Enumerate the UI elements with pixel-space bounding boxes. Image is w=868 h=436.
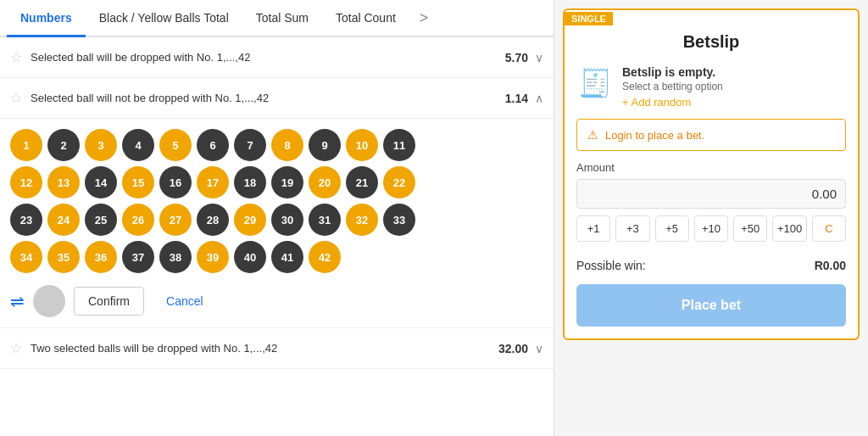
betslip-empty-text: Betslip is empty. Select a betting optio… xyxy=(622,65,723,109)
ball-13[interactable]: 13 xyxy=(47,166,80,198)
single-badge: SINGLE xyxy=(565,12,613,25)
ball-grid: 1234567891011121314151617181920212223242… xyxy=(10,129,451,273)
cancel-button[interactable]: Cancel xyxy=(153,288,217,315)
ball-30[interactable]: 30 xyxy=(271,204,303,236)
ball-36[interactable]: 36 xyxy=(85,241,117,273)
betslip-title: Betslip xyxy=(565,25,858,60)
left-panel: Numbers Black / Yellow Balls Total Total… xyxy=(0,0,554,436)
ball-16[interactable]: 16 xyxy=(159,166,192,198)
ball-10[interactable]: 10 xyxy=(346,129,378,161)
ball-24[interactable]: 24 xyxy=(47,204,80,236)
ball-19[interactable]: 19 xyxy=(271,166,303,198)
bet-row-1: ☆ Selected ball will be dropped with No.… xyxy=(0,37,554,78)
warning-icon: ⚠ xyxy=(587,128,598,142)
ball-26[interactable]: 26 xyxy=(122,204,154,236)
chevron-up-2[interactable]: ∧ xyxy=(535,92,543,105)
login-warning: ⚠ Login to place a bet. xyxy=(576,119,846,151)
possible-win-value: R0.00 xyxy=(815,259,846,272)
ball-33[interactable]: 33 xyxy=(383,204,415,236)
ball-3[interactable]: 3 xyxy=(85,129,117,161)
chevron-down-3[interactable]: ∨ xyxy=(535,342,543,355)
ball-6[interactable]: 6 xyxy=(197,129,229,161)
quick-btn-100[interactable]: +100 xyxy=(772,215,806,242)
ball-32[interactable]: 32 xyxy=(346,204,378,236)
star-icon-3[interactable]: ☆ xyxy=(10,340,22,356)
tab-total-sum[interactable]: Total Sum xyxy=(242,1,322,37)
ball-40[interactable]: 40 xyxy=(234,241,266,273)
quick-btn-5[interactable]: +5 xyxy=(655,215,689,242)
ball-42[interactable]: 42 xyxy=(309,241,341,273)
tab-numbers[interactable]: Numbers xyxy=(7,1,86,37)
tabs-bar: Numbers Black / Yellow Balls Total Total… xyxy=(0,0,554,37)
ball-28[interactable]: 28 xyxy=(197,204,229,236)
chevron-down-1[interactable]: ∨ xyxy=(535,51,543,64)
ball-39[interactable]: 39 xyxy=(197,241,229,273)
ball-11[interactable]: 11 xyxy=(383,129,415,161)
ball-31[interactable]: 31 xyxy=(309,204,341,236)
empty-sub: Select a betting option xyxy=(622,81,723,92)
ball-2[interactable]: 2 xyxy=(47,129,80,161)
ball-21[interactable]: 21 xyxy=(346,166,378,198)
possible-win-label: Possible win: xyxy=(576,259,646,272)
ball-15[interactable]: 15 xyxy=(122,166,154,198)
bet-row-2: ☆ Selected ball will not be dropped with… xyxy=(0,78,554,119)
bet-row-3: ☆ Two selected balls will be dropped wit… xyxy=(0,328,554,369)
ball-34[interactable]: 34 xyxy=(10,241,42,273)
place-bet-button[interactable]: Place bet xyxy=(576,284,846,327)
betslip-card: SINGLE Betslip 🧾 Betslip is empty. Selec… xyxy=(563,8,860,340)
quick-btn-10[interactable]: +10 xyxy=(694,215,728,242)
ball-1[interactable]: 1 xyxy=(10,129,42,161)
login-warning-text: Login to place a bet. xyxy=(605,129,704,142)
ball-22[interactable]: 22 xyxy=(383,166,415,198)
bet-odds-2: 1.14 xyxy=(505,92,528,105)
ball-picker-section: 1234567891011121314151617181920212223242… xyxy=(0,119,554,328)
receipt-icon: 🧾 xyxy=(578,67,612,99)
ball-29[interactable]: 29 xyxy=(234,204,266,236)
star-icon-1[interactable]: ☆ xyxy=(10,49,22,65)
right-panel: SINGLE Betslip 🧾 Betslip is empty. Selec… xyxy=(554,0,868,436)
ball-5[interactable]: 5 xyxy=(159,129,192,161)
ball-38[interactable]: 38 xyxy=(159,241,192,273)
quick-btn-3[interactable]: +3 xyxy=(615,215,649,242)
ball-9[interactable]: 9 xyxy=(309,129,341,161)
ball-8[interactable]: 8 xyxy=(271,129,303,161)
ball-27[interactable]: 27 xyxy=(159,204,192,236)
amount-input[interactable] xyxy=(576,179,846,209)
ball-12[interactable]: 12 xyxy=(10,166,42,198)
bet-label-3: Two selected balls will be dropped with … xyxy=(31,342,498,355)
bet-label-1: Selected ball will be dropped with No. 1… xyxy=(31,51,505,64)
ball-7[interactable]: 7 xyxy=(234,129,266,161)
ball-4[interactable]: 4 xyxy=(122,129,154,161)
ball-20[interactable]: 20 xyxy=(309,166,341,198)
ball-17[interactable]: 17 xyxy=(197,166,229,198)
ball-35[interactable]: 35 xyxy=(47,241,80,273)
possible-win-row: Possible win: R0.00 xyxy=(565,250,858,281)
tab-total-count[interactable]: Total Count xyxy=(322,1,409,37)
bet-odds-3: 32.00 xyxy=(498,342,528,355)
ball-23[interactable]: 23 xyxy=(10,204,42,236)
bet-odds-1: 5.70 xyxy=(505,51,528,64)
tab-more-icon[interactable]: > xyxy=(413,3,436,34)
quick-amounts: +1 +3 +5 +10 +50 +100 C xyxy=(576,215,846,242)
star-icon-2[interactable]: ☆ xyxy=(10,90,22,106)
empty-title: Betslip is empty. xyxy=(622,65,723,79)
ball-37[interactable]: 37 xyxy=(122,241,154,273)
confirm-button[interactable]: Confirm xyxy=(74,287,144,316)
ball-41[interactable]: 41 xyxy=(271,241,303,273)
ball-14[interactable]: 14 xyxy=(85,166,117,198)
quick-btn-clear[interactable]: C xyxy=(812,215,846,242)
add-random-link[interactable]: + Add random xyxy=(622,96,723,109)
shuffle-icon[interactable]: ⇌ xyxy=(10,291,25,311)
ball-18[interactable]: 18 xyxy=(234,166,266,198)
amount-section: Amount +1 +3 +5 +10 +50 +100 C xyxy=(565,161,858,250)
amount-label: Amount xyxy=(576,161,846,174)
quick-btn-50[interactable]: +50 xyxy=(733,215,767,242)
betslip-empty-area: 🧾 Betslip is empty. Select a betting opt… xyxy=(565,60,858,119)
ball-25[interactable]: 25 xyxy=(85,204,117,236)
bet-label-2: Selected ball will not be dropped with N… xyxy=(31,92,505,104)
random-ball[interactable] xyxy=(33,285,65,317)
tab-black-yellow[interactable]: Black / Yellow Balls Total xyxy=(86,1,242,37)
controls-row: ⇌ Confirm Cancel xyxy=(10,285,543,317)
quick-btn-1[interactable]: +1 xyxy=(576,215,610,242)
